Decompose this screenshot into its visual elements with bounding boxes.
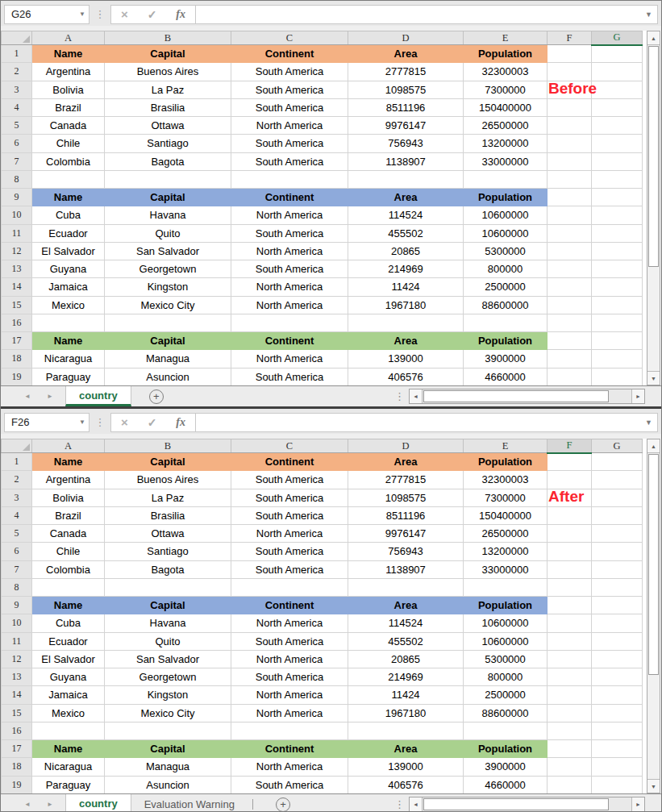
column-header-A[interactable]: A (32, 31, 105, 45)
cell-C18[interactable]: North America (231, 350, 348, 368)
cell-D3[interactable]: 1098575 (348, 489, 464, 506)
cell-D3[interactable]: 1098575 (348, 81, 464, 98)
cell-G12[interactable] (592, 242, 643, 260)
row-header-15[interactable]: 15 (2, 296, 32, 314)
cell-F15[interactable] (548, 296, 592, 314)
column-header-C[interactable]: C (231, 439, 348, 453)
scroll-down-icon[interactable]: ▼ (647, 779, 660, 793)
cell-A3[interactable]: Bolivia (32, 81, 105, 98)
cell-D17[interactable]: Area (348, 332, 464, 350)
cell-F5[interactable] (548, 117, 592, 135)
cell-G6[interactable] (592, 135, 643, 152)
cell-F8[interactable] (548, 578, 592, 596)
cell-F9[interactable] (548, 597, 592, 614)
cell-E19[interactable]: 4660000 (464, 776, 548, 793)
cell-E3[interactable]: 7300000 (464, 489, 548, 506)
cell-D12[interactable]: 20865 (348, 242, 464, 260)
cell-G1[interactable] (592, 45, 643, 63)
chevron-down-icon[interactable]: ▼ (79, 418, 85, 426)
cell-C10[interactable]: North America (231, 614, 348, 632)
cell-A5[interactable]: Canada (32, 117, 105, 135)
cell-G8[interactable] (592, 578, 643, 596)
cell-C12[interactable]: North America (231, 242, 348, 260)
cell-D1[interactable]: Area (348, 453, 464, 471)
vertical-scrollbar[interactable]: ▲ ▼ (647, 31, 660, 385)
cell-G2[interactable] (592, 471, 643, 489)
cell-G4[interactable] (592, 98, 643, 116)
cell-F18[interactable] (548, 758, 592, 776)
column-header-G[interactable]: G (592, 31, 643, 45)
cell-A5[interactable]: Canada (32, 525, 105, 543)
cell-F19[interactable] (548, 776, 592, 793)
cell-G11[interactable] (592, 632, 643, 650)
cell-B6[interactable]: Santiago (105, 543, 231, 560)
cell-A16[interactable] (32, 314, 105, 331)
cell-D19[interactable]: 406576 (348, 368, 464, 385)
cell-F2[interactable] (548, 63, 592, 81)
column-header-B[interactable]: B (105, 439, 231, 453)
vertical-scrollbar[interactable]: ▲ ▼ (647, 439, 660, 793)
column-header-A[interactable]: A (32, 439, 105, 453)
cell-A7[interactable]: Colombia (32, 560, 105, 578)
cell-D18[interactable]: 139000 (348, 758, 464, 776)
formula-input[interactable]: ▼ (196, 5, 658, 24)
cell-F12[interactable] (548, 650, 592, 668)
cancel-x-icon[interactable]: × (121, 415, 128, 429)
cell-F7[interactable] (548, 152, 592, 170)
cell-G9[interactable] (592, 189, 643, 206)
cell-G12[interactable] (592, 650, 643, 668)
cell-E9[interactable]: Population (464, 189, 548, 206)
column-header-E[interactable]: E (464, 31, 548, 45)
insert-function-icon[interactable]: fx (176, 8, 185, 21)
cell-A9[interactable]: Name (32, 189, 105, 206)
cell-G8[interactable] (592, 170, 643, 188)
cell-F1[interactable] (548, 45, 592, 63)
cell-G19[interactable] (592, 368, 643, 385)
vertical-scroll-thumb[interactable] (648, 46, 659, 267)
cell-C9[interactable]: Continent (231, 597, 348, 614)
cell-F18[interactable] (548, 350, 592, 368)
select-all-corner[interactable] (2, 439, 32, 453)
cell-B3[interactable]: La Paz (105, 81, 231, 98)
cell-E17[interactable]: Population (464, 740, 548, 758)
cell-C8[interactable] (231, 170, 348, 188)
cell-F2[interactable] (548, 471, 592, 489)
cell-G16[interactable] (592, 314, 643, 331)
cell-C2[interactable]: South America (231, 471, 348, 489)
cell-G17[interactable] (592, 740, 643, 758)
cell-B7[interactable]: Bagota (105, 152, 231, 170)
tab-country[interactable]: country (65, 794, 131, 812)
cell-F6[interactable] (548, 135, 592, 152)
tab-country[interactable]: country (65, 386, 131, 406)
cell-A12[interactable]: El Salvador (32, 650, 105, 668)
cell-B12[interactable]: San Salvador (105, 242, 231, 260)
cell-C14[interactable]: North America (231, 686, 348, 704)
cell-A3[interactable]: Bolivia (32, 489, 105, 506)
cell-G10[interactable] (592, 206, 643, 224)
cell-E13[interactable]: 800000 (464, 260, 548, 278)
cell-G5[interactable] (592, 117, 643, 135)
cell-A18[interactable]: Nicaragua (32, 758, 105, 776)
row-header-19[interactable]: 19 (2, 368, 32, 385)
tab-evaluation-warning[interactable]: Evaluation Warning (131, 794, 248, 812)
cell-E11[interactable]: 10600000 (464, 224, 548, 242)
cell-C14[interactable]: North America (231, 278, 348, 296)
cell-F10[interactable] (548, 206, 592, 224)
row-header-11[interactable]: 11 (2, 224, 32, 242)
cell-A15[interactable]: Mexico (32, 296, 105, 314)
cell-D9[interactable]: Area (348, 597, 464, 614)
cell-G14[interactable] (592, 686, 643, 704)
cell-B1[interactable]: Capital (105, 45, 231, 63)
row-header-14[interactable]: 14 (2, 278, 32, 296)
cell-B2[interactable]: Buenos Aires (105, 471, 231, 489)
next-sheet-icon[interactable]: ► (47, 801, 53, 808)
cell-F16[interactable] (548, 722, 592, 739)
cell-D15[interactable]: 1967180 (348, 704, 464, 722)
cell-D4[interactable]: 8511196 (348, 506, 464, 524)
column-header-F[interactable]: F (548, 31, 592, 45)
cell-A2[interactable]: Argentina (32, 471, 105, 489)
cell-B6[interactable]: Santiago (105, 135, 231, 152)
cell-G19[interactable] (592, 776, 643, 793)
select-all-corner[interactable] (2, 31, 32, 45)
cell-C11[interactable]: South America (231, 632, 348, 650)
